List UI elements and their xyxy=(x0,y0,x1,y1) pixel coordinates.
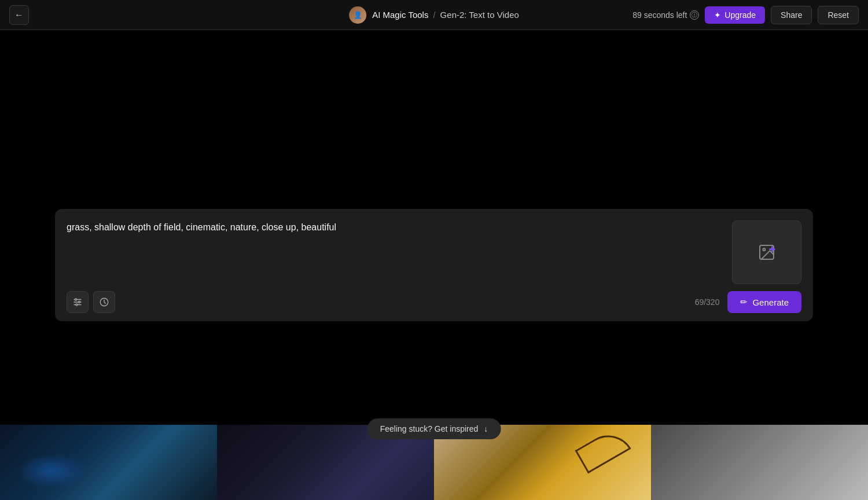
prompt-textarea[interactable] xyxy=(67,220,723,267)
generate-button[interactable]: ✏ Generate xyxy=(727,291,801,313)
avatar: 👤 xyxy=(349,6,366,24)
prompt-container: 69/320 ✏ Generate xyxy=(55,209,813,321)
topbar: ← 👤 AI Magic Tools / Gen-2: Text to Vide… xyxy=(0,0,868,30)
svg-point-7 xyxy=(75,299,77,300)
topbar-center: 👤 AI Magic Tools / Gen-2: Text to Video xyxy=(349,6,519,24)
svg-point-8 xyxy=(79,302,80,303)
svg-point-1 xyxy=(763,248,765,251)
info-icon[interactable]: ⓘ xyxy=(690,10,699,20)
current-tool-label: Gen-2: Text to Video xyxy=(440,10,519,20)
upgrade-icon: ✦ xyxy=(714,10,721,20)
seconds-left-text: 89 seconds left xyxy=(632,10,687,20)
upgrade-label: Upgrade xyxy=(724,10,756,20)
generate-icon: ✏ xyxy=(740,297,748,307)
settings-button[interactable] xyxy=(67,291,89,313)
upgrade-button[interactable]: ✦ Upgrade xyxy=(705,6,765,24)
breadcrumb: AI Magic Tools / Gen-2: Text to Video xyxy=(372,10,519,20)
prompt-row xyxy=(67,220,801,284)
share-button[interactable]: Share xyxy=(771,6,812,24)
inspire-banner[interactable]: Feeling stuck? Get inspired ↓ xyxy=(367,418,501,439)
prompt-tools xyxy=(67,291,115,313)
seconds-left: 89 seconds left ⓘ xyxy=(632,10,699,20)
reset-button[interactable]: Reset xyxy=(818,6,859,24)
prompt-bottom: 69/320 ✏ Generate xyxy=(67,291,801,313)
image-upload-icon xyxy=(757,243,776,262)
char-count: 69/320 xyxy=(695,297,720,307)
thumbnail-city[interactable] xyxy=(651,425,868,500)
inspire-label: Feeling stuck? Get inspired xyxy=(380,424,479,433)
settings-icon xyxy=(72,297,83,307)
app-name-label: AI Magic Tools xyxy=(372,10,428,20)
topbar-right: 89 seconds left ⓘ ✦ Upgrade Share Reset xyxy=(632,6,859,24)
main-content: 69/320 ✏ Generate Feeling stuck? Get ins… xyxy=(0,0,868,500)
inspire-arrow-icon: ↓ xyxy=(484,424,488,433)
thumbnail-ocean[interactable] xyxy=(0,425,217,500)
breadcrumb-separator: / xyxy=(433,10,435,20)
image-upload-box[interactable] xyxy=(732,220,801,284)
generate-label: Generate xyxy=(752,297,789,307)
history-button[interactable] xyxy=(93,291,115,313)
prompt-right: 69/320 ✏ Generate xyxy=(695,291,801,313)
back-button[interactable]: ← xyxy=(9,5,29,25)
svg-point-9 xyxy=(76,304,78,306)
history-icon xyxy=(99,297,109,307)
topbar-left: ← xyxy=(9,5,29,25)
